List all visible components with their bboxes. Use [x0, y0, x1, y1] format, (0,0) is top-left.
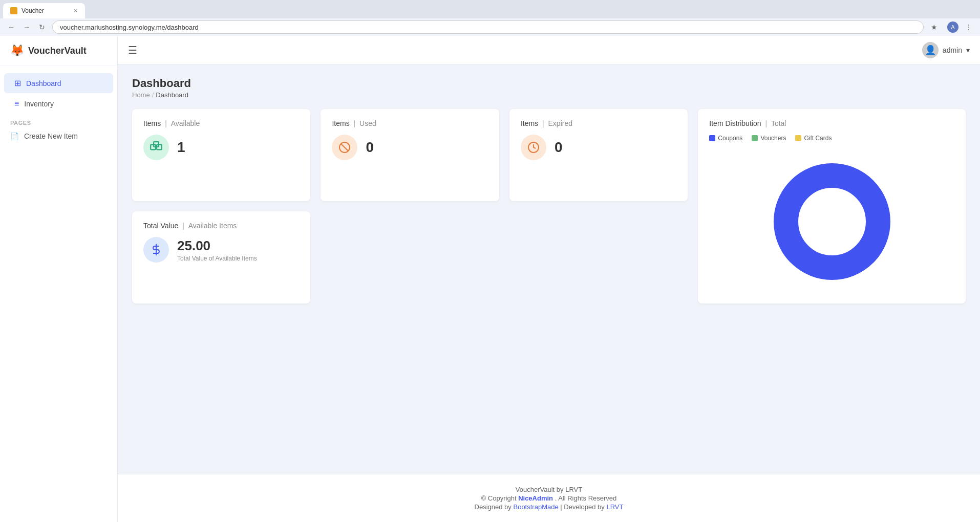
dashboard-layout: Items | Available 1	[132, 109, 966, 303]
legend-coupons-dot	[709, 135, 715, 141]
legend-giftcards-label: Gift Cards	[804, 135, 832, 142]
dashboard-icon: ⊞	[14, 78, 21, 88]
items-expired-icon	[521, 135, 546, 160]
create-item-icon: 📄	[10, 132, 19, 140]
reload-button[interactable]: ↻	[37, 22, 47, 32]
footer-lrvt-link[interactable]: LRVT	[606, 503, 623, 511]
app-wrapper: 🦊 VoucherVault ⊞ Dashboard ≡ Inventory P…	[0, 36, 980, 522]
legend-giftcards-dot	[795, 135, 801, 141]
tab-close-button[interactable]: ✕	[73, 8, 78, 14]
total-value-amount: 25.00	[177, 238, 257, 254]
legend-vouchers-label: Vouchers	[760, 135, 786, 142]
total-value-sublabel: Total Value of Available Items	[177, 255, 257, 262]
total-value-title: Total Value | Available Items	[143, 222, 299, 230]
items-available-icon	[143, 135, 169, 160]
user-avatar: 👤	[922, 42, 939, 58]
page-title: Dashboard	[132, 77, 966, 90]
breadcrumb-home[interactable]: Home	[132, 91, 150, 99]
sidebar-item-dashboard-label: Dashboard	[26, 79, 61, 88]
svg-line-4	[341, 144, 348, 151]
sidebar: 🦊 VoucherVault ⊞ Dashboard ≡ Inventory P…	[0, 36, 118, 522]
chart-legend: Coupons Vouchers Gift Cards	[709, 135, 954, 142]
items-used-value: 0	[366, 139, 374, 156]
browser-tab[interactable]: Voucher ✕	[3, 3, 85, 18]
chart-title: Item Distribution | Total	[709, 119, 954, 127]
user-menu[interactable]: 👤 admin ▾	[922, 42, 970, 58]
top-header: ☰ 👤 admin ▾	[118, 36, 980, 64]
footer-app-credit: VoucherVault by LRVT	[128, 486, 970, 493]
address-input[interactable]	[52, 20, 924, 34]
donut-chart	[771, 160, 893, 283]
footer-copyright: © Copyright NiceAdmin . All Rights Reser…	[128, 494, 970, 502]
browser-address-bar: ← → ↻ ★ A ⋮	[0, 18, 980, 36]
sidebar-item-create-label: Create New Item	[24, 132, 78, 140]
bookmark-button[interactable]: ★	[929, 22, 939, 32]
forward-button[interactable]: →	[22, 22, 32, 32]
user-name: admin	[943, 46, 962, 54]
page-header: Dashboard Home / Dashboard	[132, 77, 966, 99]
inventory-icon: ≡	[14, 99, 19, 108]
legend-vouchers: Vouchers	[752, 135, 786, 142]
breadcrumb-current: Dashboard	[156, 91, 188, 99]
legend-vouchers-dot	[752, 135, 758, 141]
sidebar-item-create-new-item[interactable]: 📄 Create New Item	[0, 128, 117, 144]
footer-bootstrapmade-link[interactable]: BootstrapMade	[513, 503, 558, 511]
card-distribution: Item Distribution | Total Coupons Vouche…	[698, 109, 966, 303]
browser-profile: A	[947, 21, 958, 33]
total-value-body: 25.00 Total Value of Available Items	[143, 237, 299, 263]
logo-icon: 🦊	[10, 44, 24, 57]
items-used-icon	[332, 135, 357, 160]
card-items-used: Items | Used 0	[321, 109, 499, 201]
sidebar-item-inventory-label: Inventory	[24, 100, 54, 108]
main-area: ☰ 👤 admin ▾ Dashboard Home / Dashboard	[118, 36, 980, 522]
user-dropdown-icon: ▾	[966, 46, 970, 54]
donut-chart-container	[709, 150, 954, 293]
total-value-icon	[143, 237, 169, 263]
footer-brand-link[interactable]: NiceAdmin	[518, 494, 553, 502]
items-expired-title: Items | Expired	[521, 119, 676, 127]
items-expired-body: 0	[521, 135, 676, 160]
card-total-value: Total Value | Available Items 25.00	[132, 211, 310, 303]
legend-coupons: Coupons	[709, 135, 742, 142]
footer: VoucherVault by LRVT © Copyright NiceAdm…	[118, 474, 980, 522]
items-used-title: Items | Used	[332, 119, 487, 127]
items-available-body: 1	[143, 135, 299, 160]
back-button[interactable]: ←	[6, 22, 16, 32]
legend-giftcards: Gift Cards	[795, 135, 832, 142]
main-content: Dashboard Home / Dashboard Items | Avail…	[118, 64, 980, 474]
items-available-title: Items | Available	[143, 119, 299, 127]
svg-point-7	[804, 194, 860, 249]
card-items-expired: Items | Expired 0	[509, 109, 688, 201]
sidebar-nav: ⊞ Dashboard ≡ Inventory PAGES 📄 Create N…	[0, 66, 117, 522]
browser-tabs: Voucher ✕	[0, 0, 980, 18]
hamburger-button[interactable]: ☰	[128, 44, 137, 56]
pages-section-label: PAGES	[0, 115, 117, 128]
breadcrumb: Home / Dashboard	[132, 91, 966, 99]
tab-favicon	[10, 7, 17, 14]
items-used-body: 0	[332, 135, 487, 160]
sidebar-item-dashboard[interactable]: ⊞ Dashboard	[4, 73, 113, 93]
more-button[interactable]: ⋮	[964, 22, 974, 32]
sidebar-logo: 🦊 VoucherVault	[0, 36, 117, 66]
tab-title: Voucher	[22, 7, 44, 14]
browser-chrome: Voucher ✕ ← → ↻ ★ A ⋮	[0, 0, 980, 36]
items-expired-value: 0	[555, 139, 563, 156]
card-items-available: Items | Available 1	[132, 109, 310, 201]
breadcrumb-separator: /	[152, 91, 154, 99]
sidebar-item-inventory[interactable]: ≡ Inventory	[4, 94, 113, 114]
footer-credits: Designed by BootstrapMade | Developed by…	[128, 503, 970, 511]
app-name: VoucherVault	[28, 46, 87, 56]
items-available-value: 1	[177, 139, 185, 156]
legend-coupons-label: Coupons	[718, 135, 742, 142]
